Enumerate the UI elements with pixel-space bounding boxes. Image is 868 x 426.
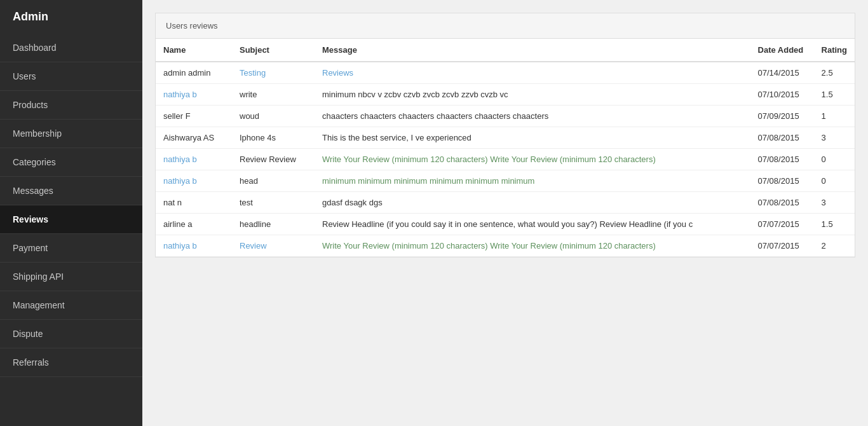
cell-name[interactable]: nathiya b	[156, 84, 232, 106]
cell-date: 07/07/2015	[750, 214, 814, 235]
cell-name: nat n	[156, 192, 232, 214]
cell-date: 07/08/2015	[750, 192, 814, 214]
col-header-rating: Rating	[814, 39, 855, 62]
cell-message: minimum nbcv v zcbv czvb zvcb zcvb zzvb …	[315, 84, 750, 106]
table-row: Aishwarya ASIphone 4sThis is the best se…	[156, 127, 855, 149]
sidebar-item-dashboard[interactable]: Dashboard	[0, 34, 142, 62]
cell-message: This is the best service, I ve experienc…	[315, 127, 750, 149]
col-header-name: Name	[156, 39, 232, 62]
sidebar-item-categories[interactable]: Categories	[0, 148, 142, 177]
sidebar-item-messages[interactable]: Messages	[0, 177, 142, 205]
cell-message[interactable]: Write Your Review (minimum 120 character…	[315, 149, 750, 170]
cell-subject: Iphone 4s	[232, 127, 315, 149]
cell-subject: test	[232, 192, 315, 214]
cell-date: 07/10/2015	[750, 84, 814, 106]
table-row: nathiya bReview ReviewWrite Your Review …	[156, 149, 855, 170]
sidebar-item-reviews[interactable]: Reviews	[0, 205, 142, 234]
cell-message: chaacters chaacters chaacters chaacters …	[315, 106, 750, 127]
table-row: seller Fwoudchaacters chaacters chaacter…	[156, 106, 855, 127]
main-content: Users reviews Name Subject Message Date …	[142, 0, 868, 426]
cell-message[interactable]: minimum minimum minimum minimum minimum …	[315, 170, 750, 192]
cell-rating: 1.5	[814, 84, 855, 106]
cell-name: seller F	[156, 106, 232, 127]
cell-rating: 1.5	[814, 214, 855, 235]
reviews-table: Name Subject Message Date Added Rating a…	[156, 39, 855, 257]
col-header-message: Message	[315, 39, 750, 62]
cell-message: gdasf dsagk dgs	[315, 192, 750, 214]
cell-subject: head	[232, 170, 315, 192]
cell-rating: 3	[814, 127, 855, 149]
sidebar-nav: DashboardUsersProductsMembershipCategori…	[0, 34, 142, 377]
sidebar-item-dispute[interactable]: Dispute	[0, 320, 142, 348]
cell-date: 07/07/2015	[750, 235, 814, 257]
cell-rating: 2	[814, 235, 855, 257]
sidebar-item-shipping-api[interactable]: Shipping API	[0, 263, 142, 291]
sidebar-title: Admin	[0, 0, 142, 34]
table-body: admin adminTestingReviews07/14/20152.5na…	[156, 62, 855, 257]
table-row: airline aheadlineReview Headline (if you…	[156, 214, 855, 235]
cell-name: admin admin	[156, 62, 232, 84]
cell-rating: 2.5	[814, 62, 855, 84]
cell-subject: Review Review	[232, 149, 315, 170]
panel-body: Name Subject Message Date Added Rating a…	[156, 39, 855, 257]
table-row: nathiya bReviewWrite Your Review (minimu…	[156, 235, 855, 257]
cell-name[interactable]: nathiya b	[156, 170, 232, 192]
sidebar-item-membership[interactable]: Membership	[0, 120, 142, 148]
cell-name[interactable]: nathiya b	[156, 235, 232, 257]
sidebar-item-referrals[interactable]: Referrals	[0, 348, 142, 377]
cell-rating: 0	[814, 170, 855, 192]
cell-date: 07/14/2015	[750, 62, 814, 84]
cell-message: Review Headline (if you could say it in …	[315, 214, 750, 235]
reviews-panel: Users reviews Name Subject Message Date …	[155, 13, 855, 258]
sidebar-item-management[interactable]: Management	[0, 291, 142, 320]
table-row: admin adminTestingReviews07/14/20152.5	[156, 62, 855, 84]
cell-date: 07/08/2015	[750, 149, 814, 170]
panel-header: Users reviews	[156, 13, 855, 39]
cell-date: 07/08/2015	[750, 127, 814, 149]
cell-rating: 1	[814, 106, 855, 127]
cell-name[interactable]: nathiya b	[156, 149, 232, 170]
cell-name: airline a	[156, 214, 232, 235]
table-row: nat ntestgdasf dsagk dgs07/08/20153	[156, 192, 855, 214]
cell-subject: write	[232, 84, 315, 106]
sidebar: Admin DashboardUsersProductsMembershipCa…	[0, 0, 142, 426]
cell-subject: headline	[232, 214, 315, 235]
sidebar-item-payment[interactable]: Payment	[0, 234, 142, 263]
sidebar-item-users[interactable]: Users	[0, 62, 142, 91]
cell-name: Aishwarya AS	[156, 127, 232, 149]
cell-message[interactable]: Write Your Review (minimum 120 character…	[315, 235, 750, 257]
cell-rating: 0	[814, 149, 855, 170]
cell-subject[interactable]: Testing	[232, 62, 315, 84]
col-header-subject: Subject	[232, 39, 315, 62]
cell-rating: 3	[814, 192, 855, 214]
cell-message[interactable]: Reviews	[315, 62, 750, 84]
sidebar-item-products[interactable]: Products	[0, 91, 142, 120]
cell-subject[interactable]: Review	[232, 235, 315, 257]
col-header-date: Date Added	[750, 39, 814, 62]
cell-date: 07/08/2015	[750, 170, 814, 192]
table-row: nathiya bheadminimum minimum minimum min…	[156, 170, 855, 192]
cell-date: 07/09/2015	[750, 106, 814, 127]
table-header: Name Subject Message Date Added Rating	[156, 39, 855, 62]
cell-subject: woud	[232, 106, 315, 127]
table-row: nathiya bwriteminimum nbcv v zcbv czvb z…	[156, 84, 855, 106]
